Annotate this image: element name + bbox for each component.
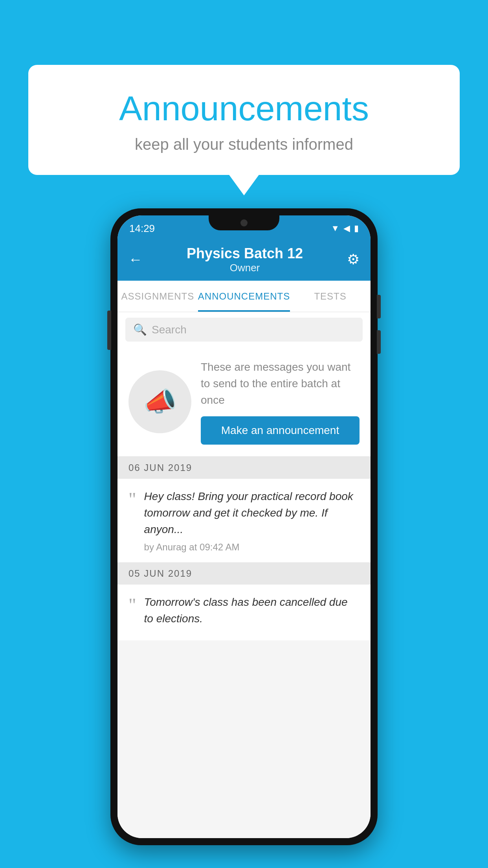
date-divider-1: 06 JUN 2019	[117, 457, 371, 479]
search-bar-container: 🔍 Search	[117, 312, 371, 347]
search-placeholder: Search	[152, 324, 187, 336]
phone-outer: 14:29 ▼ ◀ ▮ ← Physics Batch 12 Owner ⚙	[110, 208, 378, 845]
phone-mockup: 14:29 ▼ ◀ ▮ ← Physics Batch 12 Owner ⚙	[110, 208, 378, 845]
intro-card: 📣 These are messages you want to send to…	[117, 347, 371, 457]
megaphone-circle: 📣	[128, 370, 191, 433]
app-subtitle: keep all your students informed	[48, 136, 440, 153]
signal-icon: ◀	[343, 223, 350, 234]
intro-right: These are messages you want to send to t…	[201, 359, 360, 445]
header-center: Physics Batch 12 Owner	[143, 245, 347, 274]
status-icons: ▼ ◀ ▮	[331, 223, 359, 234]
intro-description: These are messages you want to send to t…	[201, 359, 360, 408]
status-time: 14:29	[129, 223, 155, 235]
back-button[interactable]: ←	[128, 251, 143, 268]
batch-title: Physics Batch 12	[143, 245, 347, 262]
app-title: Announcements	[48, 88, 440, 129]
settings-icon[interactable]: ⚙	[347, 251, 360, 268]
content-area: 🔍 Search 📣 These are messages you want t…	[117, 312, 371, 838]
app-header: ← Physics Batch 12 Owner ⚙	[117, 238, 371, 281]
quote-icon-1: "	[128, 490, 136, 509]
volume-button-right	[377, 330, 381, 354]
announcement-meta-1: by Anurag at 09:42 AM	[144, 542, 360, 553]
battery-icon: ▮	[354, 223, 359, 234]
announcement-text-2: Tomorrow's class has been cancelled due …	[144, 594, 360, 627]
batch-role: Owner	[143, 262, 347, 274]
date-divider-2: 05 JUN 2019	[117, 563, 371, 585]
volume-button-left	[107, 311, 111, 350]
announcement-content-1: Hey class! Bring your practical record b…	[144, 488, 360, 553]
make-announcement-button[interactable]: Make an announcement	[201, 416, 360, 445]
speech-bubble: Announcements keep all your students inf…	[28, 65, 460, 175]
speech-bubble-container: Announcements keep all your students inf…	[28, 65, 460, 175]
announcement-text-1: Hey class! Bring your practical record b…	[144, 488, 360, 538]
search-icon: 🔍	[133, 323, 147, 336]
tab-bar: ASSIGNMENTS ANNOUNCEMENTS TESTS	[117, 281, 371, 312]
search-bar[interactable]: 🔍 Search	[125, 318, 363, 342]
power-button	[377, 295, 381, 318]
phone-notch	[209, 215, 279, 230]
announcement-content-2: Tomorrow's class has been cancelled due …	[144, 594, 360, 631]
announcement-item-2[interactable]: " Tomorrow's class has been cancelled du…	[117, 585, 371, 640]
front-camera	[240, 219, 248, 226]
megaphone-icon: 📣	[143, 386, 177, 417]
tab-tests[interactable]: TESTS	[290, 281, 371, 312]
tab-assignments[interactable]: ASSIGNMENTS	[117, 281, 198, 312]
tab-announcements[interactable]: ANNOUNCEMENTS	[198, 281, 290, 312]
quote-icon-2: "	[128, 596, 136, 614]
announcement-item-1[interactable]: " Hey class! Bring your practical record…	[117, 479, 371, 563]
phone-screen: 14:29 ▼ ◀ ▮ ← Physics Batch 12 Owner ⚙	[117, 215, 371, 838]
wifi-icon: ▼	[331, 223, 339, 234]
